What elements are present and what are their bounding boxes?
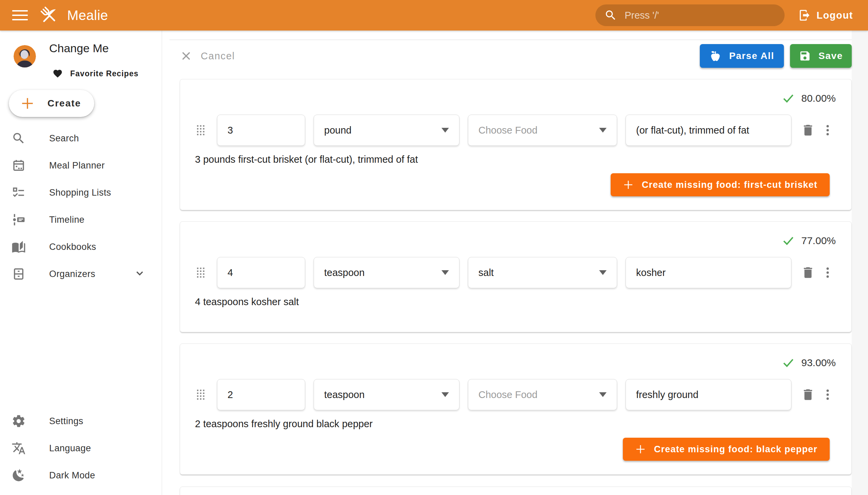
drag-handle-icon[interactable] [195,387,208,403]
ingredient-card: 80.00% 3 pound Choose Food (or flat-cut)… [180,79,852,210]
kebab-menu-icon[interactable] [819,264,836,281]
logout-button[interactable]: Logout [798,9,853,22]
caret-down-icon [441,270,449,275]
magnify-icon [11,131,26,146]
main-content: Cancel Parse All Save 80.00% [163,31,868,495]
create-button[interactable]: Create [9,90,94,117]
sidebar-item-label: Meal Planner [49,160,105,171]
sidebar-item-label: Cookbooks [49,242,96,252]
unit-select[interactable]: pound [313,115,459,146]
delete-icon[interactable] [800,387,816,403]
plus-icon [623,180,634,190]
plus-icon [20,96,35,110]
sidebar-item-search[interactable]: Search [0,125,162,152]
app-bar: Mealie Logout [0,0,868,31]
chevron-down-icon[interactable] [134,268,146,280]
checklist-icon [11,185,26,200]
drag-handle-icon[interactable] [195,122,208,138]
translate-icon [11,441,26,456]
confidence-row: 80.00% [195,91,836,105]
parse-all-button[interactable]: Parse All [700,44,784,68]
caret-down-icon [441,392,449,397]
save-button[interactable]: Save [790,44,852,68]
caret-down-icon [599,128,607,133]
quantity-input[interactable]: 3 [217,115,305,146]
caret-down-icon [599,270,607,275]
ingredient-card-partial [180,487,852,495]
sidebar-item-shopping-lists[interactable]: Shopping Lists [0,179,162,206]
ingredient-fields-row: 3 pound Choose Food (or flat-cut), trimm… [195,115,836,146]
cabinet-icon [11,267,26,281]
sidebar-item-organizers[interactable]: Organizers [0,260,162,288]
original-ingredient-text: 3 pounds first-cut brisket (or flat-cut)… [195,154,836,165]
quantity-input[interactable]: 2 [217,379,305,410]
confidence-value: 93.00% [801,357,836,369]
drag-handle-icon[interactable] [195,264,208,281]
check-icon [782,91,795,105]
favorites-label: Favorite Recipes [70,69,139,78]
scroll-gutter[interactable] [852,31,868,495]
food-select[interactable]: Choose Food [468,115,617,146]
logout-icon [798,9,811,22]
unit-select[interactable]: teaspoon [313,257,459,288]
check-icon [782,356,795,370]
sidebar-item-language[interactable]: Language [0,434,162,462]
sidebar-item-meal-planner[interactable]: Meal Planner [0,152,162,179]
sidebar-item-settings[interactable]: Settings [0,408,162,434]
food-select[interactable]: Choose Food [468,379,617,410]
note-input[interactable]: (or flat-cut), trimmed of fat [626,115,792,146]
sidebar-item-label: Timeline [49,215,84,225]
original-ingredient-text: 2 teaspoons freshly ground black pepper [195,419,836,430]
kebab-menu-icon[interactable] [819,122,836,138]
sidebar-item-dark-mode[interactable]: Dark Mode [0,462,162,489]
note-input[interactable]: freshly ground [626,379,792,410]
kebab-menu-icon[interactable] [819,387,836,403]
original-ingredient-text: 4 teaspoons kosher salt [195,296,836,308]
search-input[interactable] [624,10,776,21]
quantity-input[interactable]: 4 [217,257,305,288]
cancel-button[interactable]: Cancel [180,50,235,62]
check-icon [782,234,795,248]
user-name: Change Me [49,42,109,55]
logout-label: Logout [816,10,853,21]
create-missing-food-button[interactable]: Create missing food: first-cut brisket [611,173,830,196]
ingredient-card: 77.00% 4 teaspoon salt kosher 4 tea [180,221,852,332]
mealie-logo-icon [39,5,59,25]
confidence-value: 77.00% [801,235,836,246]
global-search[interactable] [595,4,785,26]
confidence-value: 80.00% [801,92,836,104]
favorite-recipes-link[interactable]: Favorite Recipes [53,68,139,79]
sidebar-item-cookbooks[interactable]: Cookbooks [0,233,162,260]
ingredient-fields-row: 4 teaspoon salt kosher [195,257,836,288]
plus-icon [635,444,646,455]
unit-select[interactable]: teaspoon [313,379,459,410]
close-icon [180,50,192,62]
divider [170,40,852,40]
search-icon [604,9,617,22]
save-label: Save [818,51,843,62]
sidebar-item-timeline[interactable]: Timeline [0,206,162,233]
editor-toolbar: Cancel Parse All Save [180,44,852,68]
ingredient-fields-row: 2 teaspoon Choose Food freshly ground [195,379,836,410]
book-open-icon [11,239,26,254]
confidence-row: 77.00% [195,234,836,248]
create-label: Create [48,98,81,109]
note-input[interactable]: kosher [626,257,792,288]
caret-down-icon [441,128,449,133]
delete-icon[interactable] [800,264,816,281]
delete-icon[interactable] [800,122,816,138]
sidebar-item-label: Search [49,133,79,144]
menu-icon[interactable] [12,7,28,23]
app-title: Mealie [67,8,108,23]
sidebar: Change Me Favorite Recipes Create Search [0,31,162,495]
avatar[interactable] [14,45,36,67]
food-select[interactable]: salt [468,257,617,288]
timeline-icon [11,212,26,227]
sidebar-item-label: Shopping Lists [49,187,111,198]
create-missing-food-button[interactable]: Create missing food: black pepper [623,438,830,461]
sidebar-item-label: Settings [49,416,83,427]
sidebar-item-label: Dark Mode [49,470,95,481]
calendar-icon [11,158,26,173]
heart-icon [53,68,63,79]
gear-icon [11,414,26,429]
